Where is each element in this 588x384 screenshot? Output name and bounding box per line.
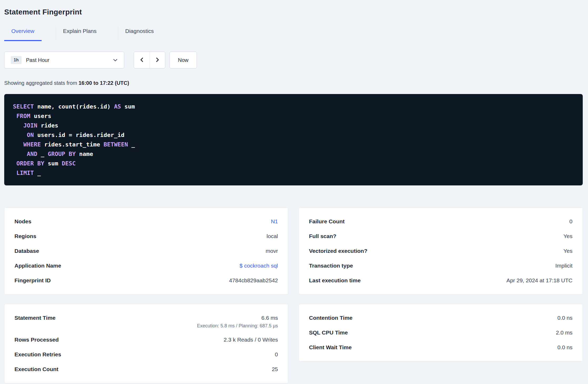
sql-text: sum <box>44 160 62 167</box>
card-row: Databasemovr <box>14 244 278 258</box>
time-range-picker[interactable]: 1h Past Hour <box>4 52 124 68</box>
sql-line: ORDER BY sum DESC <box>13 159 575 168</box>
statement-details-card: NodesN1RegionslocalDatabasemovrApplicati… <box>4 208 288 294</box>
row-value: 2.3 k Reads / 0 Writes <box>224 336 278 343</box>
previous-interval-button[interactable] <box>134 52 150 68</box>
sql-keyword: GROUP BY <box>48 151 76 157</box>
row-label: Contention Time <box>309 314 352 322</box>
card-row: Full scan?Yes <box>309 229 572 244</box>
card-row: Last execution timeApr 29, 2024 at 17:18… <box>309 273 572 288</box>
row-value: 0 <box>275 351 278 358</box>
sql-text <box>13 160 16 167</box>
card-row: Statement Time6.6 msExecution: 5.8 ms / … <box>14 311 278 332</box>
sql-text <box>13 122 23 129</box>
row-label: Regions <box>14 233 36 240</box>
row-value: 0.0 ns <box>557 344 572 351</box>
sql-line: SELECT name, count(rides.id) AS sum <box>13 102 575 111</box>
wait-times-card: Contention Time0.0 nsSQL CPU Time2.0 msC… <box>299 304 583 361</box>
row-label: Rows Processed <box>14 336 59 343</box>
row-label: Execution Count <box>14 366 58 373</box>
row-label: Vectorized execution? <box>309 247 367 255</box>
statement-fingerprint-page: Statement Fingerprint OverviewExplain Pl… <box>0 0 588 383</box>
row-value-wrap: Implicit <box>555 262 572 269</box>
row-label: Fingerprint ID <box>14 277 51 284</box>
row-value: 0.0 ns <box>557 314 572 322</box>
aggregated-stats-prefix: Showing aggregated stats from <box>4 80 77 86</box>
sql-text: rides.start_time <box>41 141 103 148</box>
row-value-wrap: 0 <box>569 218 572 225</box>
row-value-wrap: N1 <box>271 218 278 225</box>
row-value: 2.0 ms <box>556 329 572 336</box>
sql-line: WHERE rides.start_time BETWEEN _ <box>13 140 575 149</box>
sql-keyword: ON <box>27 132 34 138</box>
sql-line: AND _ GROUP BY name <box>13 149 575 159</box>
row-label: Client Wait Time <box>309 344 352 351</box>
row-label: Application Name <box>14 262 61 269</box>
sql-text: name, count(rides.id) <box>34 103 114 110</box>
row-label: Execution Retries <box>14 351 61 358</box>
row-value: 0 <box>569 218 572 225</box>
tab-explain-plans[interactable]: Explain Plans <box>56 26 104 41</box>
now-button[interactable]: Now <box>170 52 197 68</box>
row-value-wrap: movr <box>266 247 278 255</box>
row-value-wrap: 0.0 ns <box>557 314 572 322</box>
chevron-right-icon <box>154 57 161 64</box>
time-range-label: Past Hour <box>26 57 49 63</box>
sql-line: JOIN rides <box>13 121 575 130</box>
sql-line: FROM users <box>13 111 575 121</box>
sql-text <box>13 141 23 148</box>
tab-overview[interactable]: Overview <box>4 26 42 41</box>
sql-text: _ <box>128 141 135 148</box>
row-value: local <box>267 233 278 240</box>
row-value-wrap: Yes <box>564 233 572 240</box>
sql-text: users.id = rides.rider_id <box>34 132 124 138</box>
sql-text: _ <box>37 151 48 157</box>
row-value-wrap: 0.0 ns <box>557 344 572 351</box>
sql-keyword: DESC <box>62 160 76 167</box>
row-value-link[interactable]: $ cockroach sql <box>240 262 278 269</box>
row-value: Implicit <box>555 262 572 269</box>
sql-keyword: SELECT <box>13 103 34 110</box>
card-row: Vectorized execution?Yes <box>309 244 572 258</box>
row-value-wrap: Apr 29, 2024 at 17:18 UTC <box>506 277 572 284</box>
row-value-wrap: 0 <box>275 351 278 358</box>
sql-keyword: LIMIT <box>16 170 34 176</box>
sql-statement-box: SELECT name, count(rides.id) AS sum FROM… <box>4 94 583 185</box>
sql-text <box>13 113 16 119</box>
row-label: Last execution time <box>309 277 361 284</box>
sql-keyword: FROM <box>16 113 30 119</box>
next-interval-button[interactable] <box>150 52 165 68</box>
sql-keyword: AND <box>27 151 37 157</box>
execution-attributes-card: Failure Count0Full scan?YesVectorized ex… <box>299 208 583 294</box>
sql-keyword: WHERE <box>23 141 41 148</box>
row-subvalue: Execution: 5.8 ms / Planning: 687.5 µs <box>197 323 278 329</box>
card-row: Regionslocal <box>14 229 278 244</box>
sql-text: _ <box>34 170 41 176</box>
page-title: Statement Fingerprint <box>4 8 583 16</box>
row-label: Database <box>14 247 39 255</box>
card-row: Contention Time0.0 ns <box>309 311 572 325</box>
sql-keyword: BETWEEN <box>103 141 128 148</box>
card-row: Execution Retries0 <box>14 347 278 362</box>
row-value-wrap: 6.6 msExecution: 5.8 ms / Planning: 687.… <box>197 314 278 329</box>
sql-line: LIMIT _ <box>13 168 575 178</box>
card-row: Application Name$ cockroach sql <box>14 258 278 273</box>
card-row: SQL CPU Time2.0 ms <box>309 325 572 340</box>
card-row: Failure Count0 <box>309 214 572 229</box>
row-value-wrap: local <box>267 233 278 240</box>
row-value-wrap: $ cockroach sql <box>240 262 278 269</box>
aggregated-stats-range: 16:00 to 17:22 (UTC) <box>78 80 129 86</box>
time-range-badge: 1h <box>11 56 22 64</box>
sql-keyword: JOIN <box>23 122 37 129</box>
statement-times-card: Statement Time6.6 msExecution: 5.8 ms / … <box>4 304 288 383</box>
sql-line: ON users.id = rides.rider_id <box>13 130 575 140</box>
sql-text <box>13 151 27 157</box>
tab-bar: OverviewExplain PlansDiagnostics <box>4 26 583 41</box>
row-value: 4784cb829aab2542 <box>229 277 278 284</box>
tab-diagnostics[interactable]: Diagnostics <box>118 26 161 41</box>
card-row: Execution Count25 <box>14 362 278 377</box>
time-toolbar: 1h Past Hour Now <box>4 52 583 68</box>
row-label: Full scan? <box>309 233 336 240</box>
row-value-link[interactable]: N1 <box>271 218 278 225</box>
row-value: 25 <box>272 366 278 373</box>
